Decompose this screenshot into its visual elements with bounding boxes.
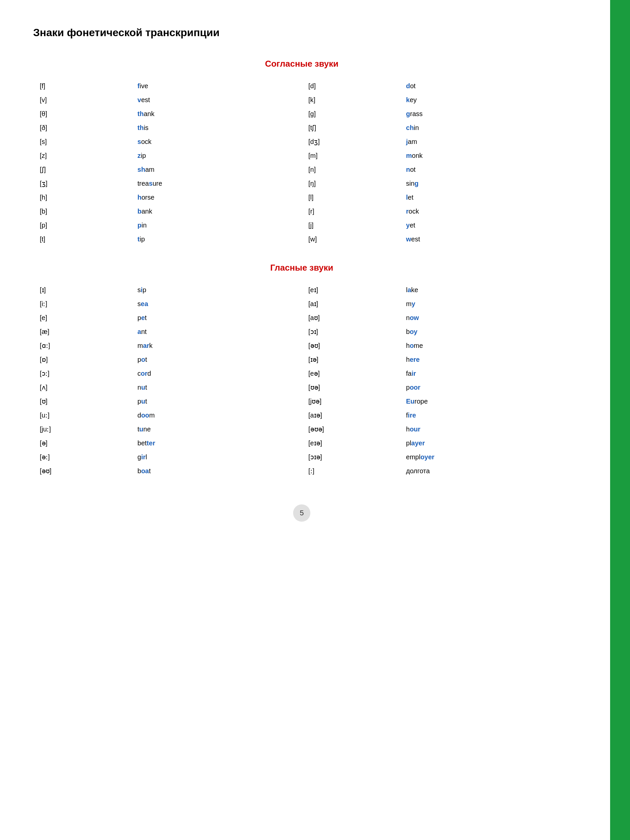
table-row: [ɑː] mark [əʊ] home: [33, 339, 570, 352]
table-row: [h] horse [l] let: [33, 190, 570, 204]
phonetic-symbol: [ɔː]: [33, 366, 131, 381]
phonetic-symbol: [z]: [33, 148, 131, 163]
example-word: better: [131, 436, 302, 450]
table-row: [ʃ] sham [n] not: [33, 163, 570, 177]
phonetic-symbol: [ʊ]: [33, 394, 131, 408]
example-word: this: [131, 121, 302, 135]
example-word: let: [399, 190, 570, 204]
phonetic-symbol: [k]: [302, 93, 399, 107]
table-row: [ə] better [eɪə] player: [33, 436, 570, 450]
example-word: player: [399, 436, 570, 450]
phonetic-symbol: [ɪə]: [302, 352, 399, 366]
example-word: tune: [131, 422, 302, 436]
example-word: sip: [131, 283, 302, 297]
phonetic-symbol: [b]: [33, 204, 131, 218]
example-word: fair: [399, 366, 570, 381]
phonetic-symbol: [ŋ]: [302, 177, 399, 190]
table-row: [t] tip [w] west: [33, 232, 570, 246]
table-row: [v] vest [k] key: [33, 93, 570, 107]
phonetic-symbol: [juː]: [33, 422, 131, 436]
phonetic-symbol: [aɪ]: [302, 297, 399, 311]
example-word: key: [399, 93, 570, 107]
phonetic-symbol: [n]: [302, 163, 399, 177]
table-row: [ɔː] cord [eə] fair: [33, 366, 570, 381]
phonetic-symbol: [h]: [33, 190, 131, 204]
consonants-title: Согласные звуки: [33, 59, 570, 69]
example-word: treasure: [131, 177, 302, 190]
example-word: nut: [131, 381, 302, 394]
table-row: [b] bank [r] rock: [33, 204, 570, 218]
phonetic-symbol: [g]: [302, 107, 399, 121]
example-word: home: [399, 339, 570, 352]
example-word: horse: [131, 190, 302, 204]
example-word: sock: [131, 135, 302, 148]
table-row: [æ] ant [ɔɪ] boy: [33, 325, 570, 339]
phonetic-symbol: [jʊə]: [302, 394, 399, 408]
phonetic-symbol: [j]: [302, 218, 399, 232]
example-word: girl: [131, 450, 302, 464]
phonetic-symbol: [p]: [33, 218, 131, 232]
example-word: mark: [131, 339, 302, 352]
phonetic-symbol: [ʒ]: [33, 177, 131, 190]
phonetic-symbol: [əʊ]: [302, 339, 399, 352]
table-row: [əʊ] boat [ː] долгота: [33, 464, 570, 478]
vowels-title: Гласные звуки: [33, 263, 570, 273]
example-word: fire: [399, 408, 570, 422]
example-word: grass: [399, 107, 570, 121]
example-word: zip: [131, 148, 302, 163]
example-word: cord: [131, 366, 302, 381]
table-row: [p] pin [j] yet: [33, 218, 570, 232]
example-word: Europe: [399, 394, 570, 408]
phonetic-symbol: [d]: [302, 79, 399, 93]
phonetic-symbol: [ɔɪ]: [302, 325, 399, 339]
phonetic-symbol: [f]: [33, 79, 131, 93]
example-word: employer: [399, 450, 570, 464]
example-word: pot: [131, 352, 302, 366]
example-word: dot: [399, 79, 570, 93]
example-word: five: [131, 79, 302, 93]
phonetic-symbol: [dʒ]: [302, 135, 399, 148]
table-row: [ɒ] pot [ɪə] here: [33, 352, 570, 366]
example-word: bank: [131, 204, 302, 218]
phonetic-symbol: [ʃ]: [33, 163, 131, 177]
example-word: rock: [399, 204, 570, 218]
phonetic-symbol: [æ]: [33, 325, 131, 339]
example-word: boy: [399, 325, 570, 339]
phonetic-symbol: [eɪə]: [302, 436, 399, 450]
example-word: boat: [131, 464, 302, 478]
example-word: sing: [399, 177, 570, 190]
phonetic-symbol: [l]: [302, 190, 399, 204]
phonetic-symbol: [tʃ]: [302, 121, 399, 135]
phonetic-symbol: [ʌ]: [33, 381, 131, 394]
phonetic-symbol: [ɑː]: [33, 339, 131, 352]
table-row: [θ] thank [g] grass: [33, 107, 570, 121]
example-word: sea: [131, 297, 302, 311]
phonetic-symbol: [θ]: [33, 107, 131, 121]
phonetic-symbol: [m]: [302, 148, 399, 163]
phonetic-symbol: [v]: [33, 93, 131, 107]
phonetic-symbol: [əː]: [33, 450, 131, 464]
example-word: hour: [399, 422, 570, 436]
example-word: sham: [131, 163, 302, 177]
phonetic-symbol: [aɪə]: [302, 408, 399, 422]
phonetic-symbol: [ɪ]: [33, 283, 131, 297]
phonetic-symbol: [ɔɪə]: [302, 450, 399, 464]
phonetic-symbol: [t]: [33, 232, 131, 246]
phonetic-symbol: [ː]: [302, 464, 399, 478]
phonetic-symbol: [uː]: [33, 408, 131, 422]
example-word: долгота: [399, 464, 570, 478]
example-word: jam: [399, 135, 570, 148]
example-word: lake: [399, 283, 570, 297]
table-row: [juː] tune [əʊə] hour: [33, 422, 570, 436]
table-row: [ɪ] sip [eɪ] lake: [33, 283, 570, 297]
main-title: Знаки фонетической транскрипции: [33, 27, 570, 39]
table-row: [ð] this [tʃ] chin: [33, 121, 570, 135]
example-word: west: [399, 232, 570, 246]
phonetic-symbol: [aʊ]: [302, 311, 399, 325]
phonetic-symbol: [ð]: [33, 121, 131, 135]
table-row: [iː] sea [aɪ] my: [33, 297, 570, 311]
phonetic-symbol: [eə]: [302, 366, 399, 381]
page-number: 5: [293, 504, 310, 522]
example-word: not: [399, 163, 570, 177]
table-row: [ʊ] put [jʊə] Europe: [33, 394, 570, 408]
